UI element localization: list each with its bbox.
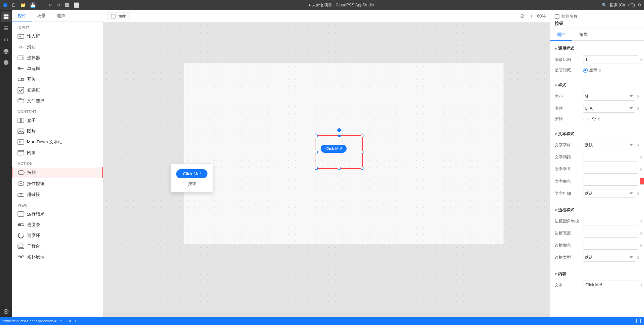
sidebar-icon-scenes[interactable] (1, 23, 11, 34)
component-slider[interactable]: 滑块 (12, 42, 103, 52)
canvas-tab-main[interactable]: main (107, 12, 130, 20)
border-width-input[interactable] (583, 229, 638, 238)
component-hyperlink[interactable]: 超链接 (12, 189, 103, 200)
component-box[interactable]: 盒子 (12, 115, 103, 126)
tooltip-preview-button[interactable]: Click Me! (176, 169, 207, 178)
prop-variant: 变体 CTAPrimarySecondary x (555, 102, 639, 114)
preview-icon[interactable]: 🖼 (63, 2, 71, 8)
resize-handle-br[interactable] (361, 167, 363, 170)
component-file-select[interactable]: 文件选择 (12, 96, 103, 106)
canvas-page[interactable]: Click Me! (184, 63, 504, 244)
svg-rect-4 (4, 17, 6, 19)
resize-handle-bm[interactable] (338, 167, 341, 170)
tab-layout[interactable]: 布局 (572, 29, 594, 40)
more-icon[interactable]: ⋯ (38, 2, 46, 8)
resize-handle-bl[interactable] (315, 167, 318, 170)
component-tooltip-popup: Click Me! 按钮 (170, 164, 213, 192)
component-input-box[interactable]: 输入框 (12, 31, 103, 42)
resize-handle-tr[interactable] (361, 135, 363, 137)
radio-show[interactable]: 显示 (583, 67, 597, 73)
search-label[interactable]: 搜索 (Ctrl＋Q) (610, 2, 635, 8)
font-family-select[interactable]: 默认 (583, 141, 635, 149)
component-sub-stage[interactable]: 子舞台 (12, 241, 103, 252)
canvas-toolbar: main − ⊙ + 60% (103, 10, 550, 22)
open-icon[interactable]: 📁 (19, 2, 27, 8)
tab-scenes[interactable]: 场景 (32, 10, 51, 22)
box-icon (18, 117, 24, 124)
border-color-input[interactable] (583, 241, 638, 250)
sidebar-icon-layers[interactable] (1, 46, 11, 57)
zoom-in-button[interactable]: + (528, 12, 534, 20)
rotate-handle[interactable] (337, 128, 342, 133)
sidebar-icon-code[interactable] (1, 34, 11, 45)
redo-icon[interactable]: ↪ (55, 2, 62, 8)
undo-icon[interactable]: ↩ (47, 2, 54, 8)
radio-circle-show (583, 68, 588, 73)
text-input[interactable] (583, 281, 638, 289)
component-run-result[interactable]: 运行结果 (12, 209, 103, 219)
scale-input[interactable] (583, 55, 638, 64)
variant-select[interactable]: CTAPrimarySecondary (583, 104, 635, 113)
fullscreen-icon[interactable]: ⬜ (72, 2, 80, 8)
font-weight-select[interactable]: 默认 (583, 189, 635, 198)
save-icon[interactable]: 💾 (29, 2, 37, 8)
component-action-button[interactable]: 操作按钮 (12, 178, 103, 189)
sidebar-icon-components[interactable] (1, 11, 11, 22)
tab-select[interactable]: 选择 (51, 10, 71, 22)
svg-point-41 (23, 255, 24, 256)
statusbar-icons: ⚠ 0 ✕ 0 (59, 319, 76, 323)
font-color-input[interactable] (583, 177, 638, 186)
radio-quiet-off[interactable] (583, 117, 588, 121)
canvas-widget[interactable]: Click Me! (316, 135, 363, 169)
component-topology[interactable]: 拓扑展示 (12, 252, 103, 262)
zoom-out-button[interactable]: − (510, 12, 516, 20)
zoom-reset-button[interactable]: ⊙ (519, 12, 526, 20)
hidden-x-label: x (599, 68, 601, 73)
component-selector[interactable]: 选择器 (12, 52, 103, 63)
component-markdown[interactable]: M↓ MarkDown 文本框 (12, 137, 103, 147)
svg-rect-21 (18, 129, 24, 134)
warning-icon: ⚠ (59, 319, 63, 323)
sidebar-icon-assets[interactable] (1, 57, 11, 68)
sidebar-icon-settings[interactable] (1, 306, 11, 317)
scale-label: 缩放比例 (555, 57, 582, 63)
border-type-select[interactable]: 默认 (583, 253, 635, 262)
font-weight-x-label: x (637, 191, 639, 196)
canvas-content[interactable]: Click Me! Click Me! 按钮 (103, 22, 550, 313)
component-progress-bar[interactable]: 进度条 (12, 219, 103, 230)
section-view-label: VIEW (12, 200, 103, 209)
resize-handle-tm[interactable] (338, 135, 341, 137)
component-switch[interactable]: 开关 (12, 74, 103, 85)
svg-point-13 (19, 68, 20, 69)
statusbar: https://cloudpss.net/application/# ⚠ 0 ✕… (0, 317, 644, 325)
new-file-icon[interactable]: 🗋 (10, 2, 18, 8)
progress-ring-icon (18, 232, 24, 239)
component-radio[interactable]: 单选框 (12, 63, 103, 74)
resize-handle-tl[interactable] (315, 135, 318, 137)
font-size-input[interactable] (583, 165, 638, 174)
letter-spacing-x-label: x (640, 155, 642, 159)
size-select[interactable]: MSLXL (583, 92, 635, 101)
canvas-button-widget[interactable]: Click Me! (321, 145, 347, 153)
component-image[interactable]: 图片 (12, 126, 103, 137)
resize-handle-ml[interactable] (315, 151, 318, 153)
svg-rect-25 (18, 150, 24, 155)
svg-rect-38 (19, 245, 23, 248)
svg-line-43 (22, 256, 23, 257)
quiet-value: 否 x (583, 116, 639, 122)
component-button[interactable]: 按钮 (12, 167, 103, 178)
font-family-x-label: x (637, 143, 639, 147)
font-color-swatch[interactable] (640, 178, 644, 185)
tab-properties[interactable]: 属性 (550, 29, 572, 40)
border-radius-input[interactable] (583, 217, 638, 225)
component-checkbox[interactable]: 复选框 (12, 85, 103, 96)
tab-controls[interactable]: 控件 (12, 10, 32, 22)
switch-icon (18, 76, 24, 83)
resize-handle-mr[interactable] (361, 151, 363, 153)
letter-spacing-input[interactable] (583, 153, 638, 161)
search-icon[interactable]: 🔍 (602, 3, 607, 7)
settings-icon[interactable]: ⚙ (638, 3, 641, 7)
canvas-horizontal-scrollbar[interactable] (103, 313, 550, 317)
component-webpage[interactable]: 网页 (12, 147, 103, 158)
component-progress-ring[interactable]: 进度环 (12, 230, 103, 241)
